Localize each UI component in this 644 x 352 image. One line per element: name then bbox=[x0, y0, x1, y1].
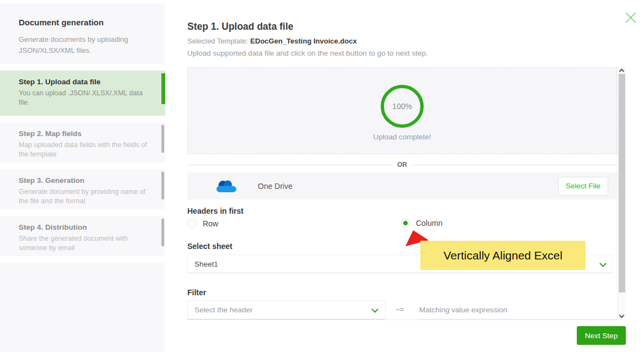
radio-label: Column bbox=[416, 219, 442, 228]
upload-instruction: Upload supported data file and click on … bbox=[187, 49, 428, 57]
sidebar-title: Document generation bbox=[19, 18, 149, 27]
sidebar-item-step4-distribution[interactable]: Step 4. Distribution Share the generated… bbox=[0, 216, 165, 256]
step-title: Step 2. Map fields bbox=[19, 129, 143, 138]
upload-status-text: Upload complete! bbox=[188, 133, 616, 141]
step-description: Generate document by providing name of t… bbox=[19, 187, 150, 206]
radio-option-row[interactable]: Row bbox=[187, 219, 218, 228]
matching-value-input[interactable]: Matching value expression bbox=[419, 300, 617, 319]
annotation-highlight: Vertically Aligned Excel bbox=[420, 241, 586, 270]
step-indicator-bar bbox=[161, 125, 164, 153]
selected-template-value: EDocGen_Testing Invoice.docx bbox=[250, 37, 356, 45]
upload-progress-percent: 100% bbox=[392, 102, 412, 111]
radio-selected-dot bbox=[403, 221, 408, 225]
sidebar-item-step1-upload[interactable]: Step 1. Upload data file You can upload … bbox=[0, 71, 165, 116]
filter-label: Filter bbox=[187, 288, 206, 297]
sidebar-subtitle: Generate documents by uploading JSON/XLS… bbox=[19, 34, 147, 56]
or-divider-label: OR bbox=[397, 161, 407, 169]
step-description: You can upload .JSON/.XLSX/.XML data fil… bbox=[19, 89, 150, 107]
page-title: Step 1. Upload data file bbox=[187, 21, 294, 33]
scroll-down-arrow-icon[interactable] bbox=[619, 313, 625, 318]
radio-selected-icon[interactable] bbox=[401, 219, 410, 228]
radio-option-column[interactable]: Column bbox=[401, 219, 442, 228]
onedrive-source-row: One Drive Select File bbox=[187, 172, 617, 199]
selected-template-line: Selected Template:EDocGen_Testing Invoic… bbox=[187, 37, 357, 45]
sheet-select-value: Sheet1 bbox=[194, 260, 218, 268]
file-dropzone[interactable]: 100% Upload complete! bbox=[187, 67, 617, 154]
active-step-indicator-bar bbox=[161, 73, 165, 104]
onedrive-label: One Drive bbox=[258, 182, 293, 191]
annotation-text: Vertically Aligned Excel bbox=[443, 249, 562, 262]
sidebar-filler bbox=[0, 263, 165, 352]
radio-unselected-icon[interactable] bbox=[187, 219, 197, 228]
matching-value-placeholder: Matching value expression bbox=[419, 306, 507, 314]
document-generation-dialog: Document generation Generate documents b… bbox=[0, 0, 644, 352]
selected-template-label: Selected Template: bbox=[187, 37, 248, 45]
close-icon[interactable] bbox=[623, 9, 639, 26]
radio-label: Row bbox=[203, 219, 218, 228]
sidebar: Document generation Generate documents b… bbox=[0, 0, 165, 352]
step-indicator-bar bbox=[161, 219, 164, 246]
step-title: Step 4. Distribution bbox=[19, 223, 143, 231]
or-divider: OR bbox=[187, 160, 617, 169]
onedrive-icon bbox=[217, 180, 236, 193]
chevron-down-icon bbox=[599, 260, 607, 267]
step-title: Step 1. Upload data file bbox=[19, 78, 143, 86]
step-description: Map uploaded data fields with the fields… bbox=[19, 140, 150, 159]
headers-in-first-label: Headers in first bbox=[187, 207, 243, 215]
divider-line bbox=[413, 165, 617, 165]
select-file-button[interactable]: Select File bbox=[558, 177, 608, 196]
step-title: Step 3. Generation bbox=[19, 176, 143, 185]
filter-header-placeholder: Select the header bbox=[194, 306, 253, 314]
divider-line bbox=[187, 165, 392, 165]
scroll-up-arrow-icon[interactable] bbox=[619, 69, 625, 74]
filter-header-dropdown[interactable]: Select the header bbox=[187, 300, 386, 319]
scrollbar-thumb[interactable] bbox=[619, 74, 625, 293]
upload-step-content: 100% Upload complete! OR One Drive Selec… bbox=[187, 67, 617, 320]
chevron-down-icon bbox=[371, 306, 378, 313]
filter-operator: ~= bbox=[396, 305, 404, 313]
step-indicator-bar bbox=[161, 172, 164, 199]
select-sheet-label: Select sheet bbox=[187, 242, 232, 251]
scrollbar[interactable] bbox=[617, 67, 626, 320]
step-description: Share the generated document with someon… bbox=[19, 234, 150, 253]
upload-progress-ring: 100% bbox=[381, 85, 424, 128]
next-step-button[interactable]: Next Step bbox=[577, 326, 626, 345]
filter-row: Select the header ~= Matching value expr… bbox=[187, 300, 617, 319]
sidebar-item-step2-map-fields[interactable]: Step 2. Map fields Map uploaded data fie… bbox=[0, 122, 165, 163]
sidebar-item-step3-generation[interactable]: Step 3. Generation Generate document by … bbox=[0, 169, 165, 209]
sidebar-header: Document generation Generate documents b… bbox=[0, 3, 165, 64]
